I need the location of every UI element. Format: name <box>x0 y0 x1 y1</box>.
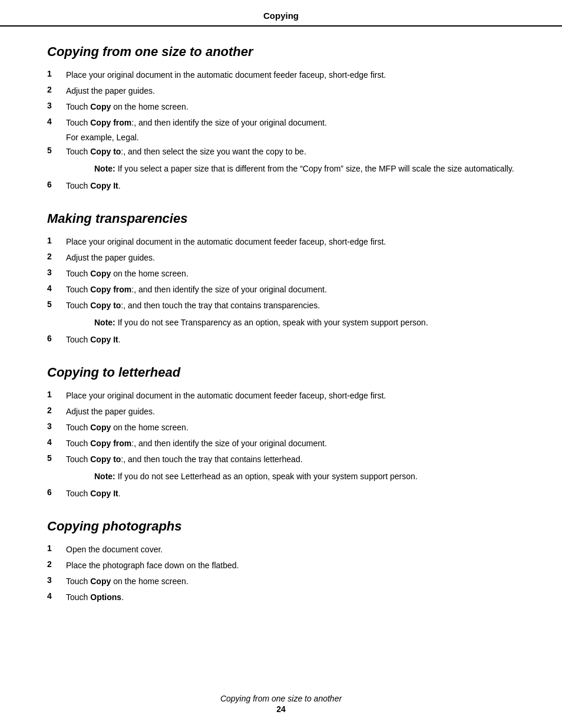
step-item: 1Open the document cover. <box>47 543 515 556</box>
section-transparencies: Making transparencies1Place your origina… <box>47 211 515 346</box>
step-sub: For example, Legal. <box>66 133 515 142</box>
step-list-copy-size: 1Place your original document in the aut… <box>47 69 515 192</box>
step-text: Touch Copy from:, and then identify the … <box>66 284 327 296</box>
step-text: Touch Copy on the home screen. <box>66 421 189 434</box>
step-number: 2 <box>47 406 66 415</box>
footer-subtitle: Copying from one size to another <box>0 694 562 703</box>
step-number: 4 <box>47 284 66 293</box>
step-text: Touch Copy It. <box>66 180 121 192</box>
step-text: Adjust the paper guides. <box>66 406 155 418</box>
section-title-photographs: Copying photographs <box>47 519 515 534</box>
step-text: Touch Copy It. <box>66 487 121 500</box>
step-number: 4 <box>47 117 66 126</box>
step-list-transparencies: 1Place your original document in the aut… <box>47 236 515 346</box>
step-number: 6 <box>47 334 66 343</box>
step-item: 2Place the photograph face down on the f… <box>47 559 515 572</box>
step-number: 3 <box>47 101 66 110</box>
step-list-letterhead: 1Place your original document in the aut… <box>47 390 515 500</box>
step-text: Touch Copy on the home screen. <box>66 268 189 280</box>
step-item: 4Touch Copy from:, and then identify the… <box>47 284 515 296</box>
content: Copying from one size to another1Place y… <box>0 44 562 604</box>
section-title-copy-size: Copying from one size to another <box>47 44 515 60</box>
step-item: 2Adjust the paper guides. <box>47 406 515 418</box>
step-number: 3 <box>47 268 66 277</box>
step-text: Touch Copy It. <box>66 334 121 346</box>
section-title-letterhead: Copying to letterhead <box>47 365 515 380</box>
step-text: Place your original document in the auto… <box>66 390 386 402</box>
step-text: Adjust the paper guides. <box>66 85 155 97</box>
step-item: 6Touch Copy It. <box>47 487 515 500</box>
step-number: 4 <box>47 437 66 447</box>
step-number: 1 <box>47 390 66 399</box>
step-item: 4Touch Options. <box>47 591 515 604</box>
page: Copying Copying from one size to another… <box>0 0 562 728</box>
step-number: 5 <box>47 146 66 155</box>
section-photographs: Copying photographs1Open the document co… <box>47 519 515 604</box>
step-number: 1 <box>47 69 66 78</box>
step-number: 2 <box>47 252 66 261</box>
note-block: Note: If you do not see Letterhead as an… <box>94 470 515 483</box>
step-item: 5Touch Copy to:, and then touch the tray… <box>47 299 515 312</box>
note-label: Note: <box>94 164 115 173</box>
note-label: Note: <box>94 318 115 327</box>
step-number: 2 <box>47 85 66 94</box>
step-number: 3 <box>47 421 66 431</box>
step-item: 4Touch Copy from:, and then identify the… <box>47 437 515 450</box>
step-text: Touch Copy to:, and then touch the tray … <box>66 299 320 312</box>
step-text: Touch Copy to:, and then touch the tray … <box>66 453 303 466</box>
step-text: Touch Copy on the home screen. <box>66 101 189 113</box>
step-number: 1 <box>47 543 66 553</box>
step-number: 5 <box>47 453 66 463</box>
step-item: 1Place your original document in the aut… <box>47 236 515 248</box>
step-number: 4 <box>47 591 66 601</box>
step-text: Touch Options. <box>66 591 124 604</box>
step-number: 2 <box>47 559 66 569</box>
footer-page-num: 24 <box>0 704 562 714</box>
note-block: Note: If you select a paper size that is… <box>94 163 515 175</box>
step-number: 6 <box>47 487 66 497</box>
step-item: 3Touch Copy on the home screen. <box>47 421 515 434</box>
step-item: 3Touch Copy on the home screen. <box>47 101 515 113</box>
step-text: Open the document cover. <box>66 543 163 556</box>
step-item: 6Touch Copy It. <box>47 180 515 192</box>
step-text: Place your original document in the auto… <box>66 69 386 81</box>
step-item: 3Touch Copy on the home screen. <box>47 268 515 280</box>
step-item: 3Touch Copy on the home screen. <box>47 575 515 588</box>
step-number: 3 <box>47 575 66 585</box>
page-header: Copying <box>0 0 562 27</box>
step-text: Touch Copy to:, and then select the size… <box>66 146 306 158</box>
step-number: 6 <box>47 180 66 189</box>
step-item: 2Adjust the paper guides. <box>47 85 515 97</box>
step-text: Touch Copy from:, and then identify the … <box>66 117 327 129</box>
step-text: Adjust the paper guides. <box>66 252 155 264</box>
step-item: 4Touch Copy from:, and then identify the… <box>47 117 515 129</box>
step-number: 5 <box>47 299 66 309</box>
note-label: Note: <box>94 472 115 481</box>
step-text: Place your original document in the auto… <box>66 236 386 248</box>
step-item: 5Touch Copy to:, and then touch the tray… <box>47 453 515 466</box>
section-title-transparencies: Making transparencies <box>47 211 515 226</box>
step-item: 1Place your original document in the aut… <box>47 390 515 402</box>
step-item: 5Touch Copy to:, and then select the siz… <box>47 146 515 158</box>
step-item: 1Place your original document in the aut… <box>47 69 515 81</box>
step-list-photographs: 1Open the document cover.2Place the phot… <box>47 543 515 604</box>
step-number: 1 <box>47 236 66 245</box>
page-header-title: Copying <box>263 11 299 21</box>
step-text: Touch Copy from:, and then identify the … <box>66 437 327 450</box>
step-text: Touch Copy on the home screen. <box>66 575 189 588</box>
section-copy-size: Copying from one size to another1Place y… <box>47 44 515 192</box>
step-item: 6Touch Copy It. <box>47 334 515 346</box>
step-text: Place the photograph face down on the fl… <box>66 559 239 572</box>
step-item: 2Adjust the paper guides. <box>47 252 515 264</box>
section-letterhead: Copying to letterhead1Place your origina… <box>47 365 515 500</box>
note-block: Note: If you do not see Transparency as … <box>94 317 515 329</box>
page-footer: Copying from one size to another 24 <box>0 694 562 714</box>
